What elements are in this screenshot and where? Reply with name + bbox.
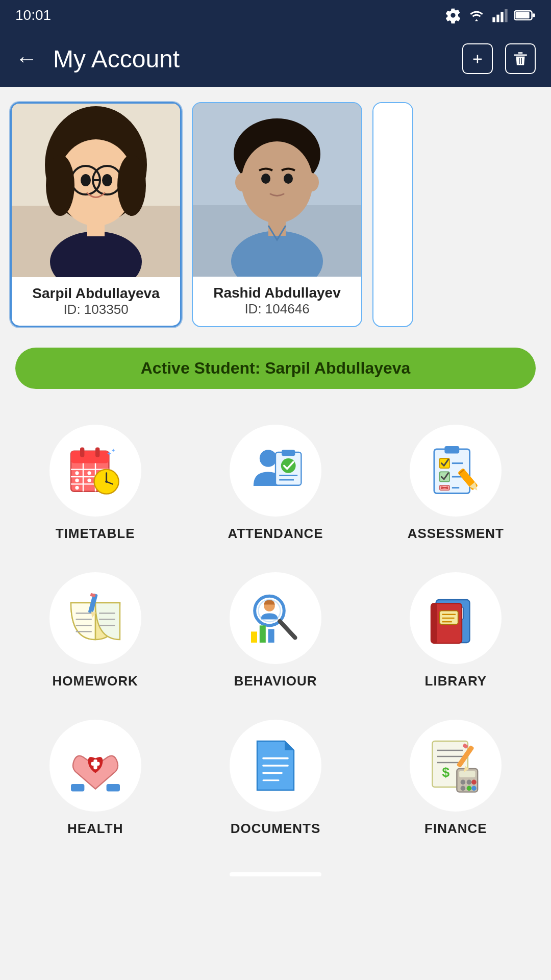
svg-rect-29: [268, 218, 286, 236]
svg-rect-34: [80, 447, 84, 457]
student-avatar-girl: [12, 104, 180, 277]
student-id-0: ID: 103350: [19, 302, 173, 317]
student-name-1: Rashid Abdullayev: [200, 285, 354, 301]
library-icon: [425, 587, 486, 649]
student-card-1[interactable]: Rashid Abdullayev ID: 104646: [192, 102, 362, 327]
attendance-icon-wrap: [230, 425, 321, 517]
svg-rect-115: [460, 771, 475, 777]
svg-rect-87: [251, 631, 257, 643]
svg-point-116: [461, 780, 466, 785]
library-label: LIBRARY: [425, 673, 487, 689]
homework-icon: [65, 587, 126, 649]
svg-point-118: [461, 786, 466, 791]
menu-item-homework[interactable]: HOMEWORK: [5, 557, 185, 704]
svg-rect-33: [71, 451, 109, 463]
health-icon-wrap: [49, 720, 141, 812]
behaviour-icon: [245, 587, 306, 649]
attendance-icon: [245, 440, 306, 501]
assessment-label: ASSESSMENT: [408, 526, 504, 542]
finance-label: FINANCE: [424, 821, 487, 837]
assessment-icon: [425, 440, 486, 501]
svg-rect-102: [91, 762, 99, 766]
library-icon-wrap: [410, 572, 502, 664]
svg-point-120: [472, 780, 477, 785]
student-photo-1: [193, 103, 361, 277]
health-icon: [65, 735, 126, 796]
timetable-icon: ✦ ✦: [65, 440, 126, 501]
timetable-icon-wrap: ✦ ✦: [49, 425, 141, 517]
svg-point-30: [235, 173, 249, 191]
homework-label: HOMEWORK: [53, 673, 138, 689]
menu-item-documents[interactable]: DOCUMENTS: [185, 704, 365, 852]
delete-button[interactable]: [505, 43, 536, 74]
documents-icon-wrap: [230, 720, 321, 812]
student-info-0: Sarpil Abdullayeva ID: 103350: [12, 277, 180, 326]
svg-point-117: [467, 780, 472, 785]
active-student-banner[interactable]: Active Student: Sarpil Abdullayeva: [15, 348, 536, 389]
add-button[interactable]: +: [462, 43, 493, 74]
documents-icon: [245, 735, 306, 796]
svg-point-21: [117, 155, 146, 216]
menu-item-assessment[interactable]: ASSESSMENT: [366, 409, 546, 557]
student-info-1: Rashid Abdullayev ID: 104646: [193, 277, 361, 325]
svg-point-45: [87, 479, 91, 482]
svg-rect-61: [445, 446, 460, 453]
svg-point-17: [102, 174, 112, 186]
battery-icon: [514, 9, 536, 22]
svg-point-47: [75, 486, 79, 489]
wifi-icon: [467, 8, 486, 22]
menu-item-health[interactable]: HEALTH: [5, 704, 185, 852]
svg-rect-6: [533, 13, 535, 17]
svg-point-20: [46, 155, 74, 216]
svg-rect-2: [500, 12, 503, 22]
menu-item-timetable[interactable]: ✦ ✦ TIMETABLE: [5, 409, 185, 557]
svg-point-44: [75, 479, 79, 482]
menu-item-attendance[interactable]: ATTENDANCE: [185, 409, 365, 557]
svg-rect-96: [431, 603, 437, 643]
menu-item-finance[interactable]: $ FINANCE: [366, 704, 546, 852]
svg-rect-56: [282, 450, 295, 456]
svg-rect-103: [71, 784, 84, 791]
status-bar: 10:01: [0, 0, 551, 31]
svg-rect-5: [515, 12, 529, 18]
student-card-0[interactable]: Sarpil Abdullayeva ID: 103350: [10, 102, 182, 327]
documents-label: DOCUMENTS: [231, 821, 321, 837]
svg-rect-0: [492, 17, 495, 22]
svg-rect-89: [268, 629, 274, 643]
student-card-2[interactable]: [372, 102, 413, 327]
svg-point-27: [284, 174, 293, 184]
svg-rect-104: [106, 784, 119, 791]
svg-rect-1: [496, 15, 499, 22]
svg-point-119: [467, 786, 472, 791]
svg-point-26: [261, 174, 270, 184]
student-id-1: ID: 104646: [200, 301, 354, 317]
svg-point-31: [305, 173, 319, 191]
back-button[interactable]: ←: [15, 46, 43, 71]
finance-icon-wrap: $: [410, 720, 502, 812]
svg-rect-19: [87, 218, 105, 236]
behaviour-icon-wrap: [230, 572, 321, 664]
svg-rect-3: [505, 9, 507, 22]
app-bar: ← My Account +: [0, 31, 551, 87]
menu-item-library[interactable]: LIBRARY: [366, 557, 546, 704]
svg-point-25: [241, 141, 313, 223]
attendance-label: ATTENDANCE: [228, 526, 323, 542]
svg-text:✦: ✦: [111, 448, 115, 453]
student-avatar-boy: [193, 103, 361, 277]
status-time: 10:01: [15, 7, 51, 23]
svg-rect-83: [90, 593, 95, 597]
menu-item-behaviour[interactable]: BEHAVIOUR: [185, 557, 365, 704]
svg-point-42: [87, 471, 91, 475]
svg-text:$: $: [442, 765, 450, 780]
svg-point-41: [75, 471, 79, 475]
behaviour-label: BEHAVIOUR: [234, 673, 317, 689]
student-info-2: [373, 277, 412, 293]
app-bar-actions: +: [462, 43, 536, 74]
student-name-0: Sarpil Abdullayeva: [19, 285, 173, 302]
health-label: HEALTH: [67, 821, 123, 837]
status-icons: [445, 7, 536, 23]
svg-point-54: [260, 450, 277, 467]
svg-rect-35: [95, 447, 99, 457]
menu-grid: ✦ ✦ TIMETABLE ATTENDANCE: [0, 399, 551, 862]
page-title: My Account: [53, 45, 452, 73]
